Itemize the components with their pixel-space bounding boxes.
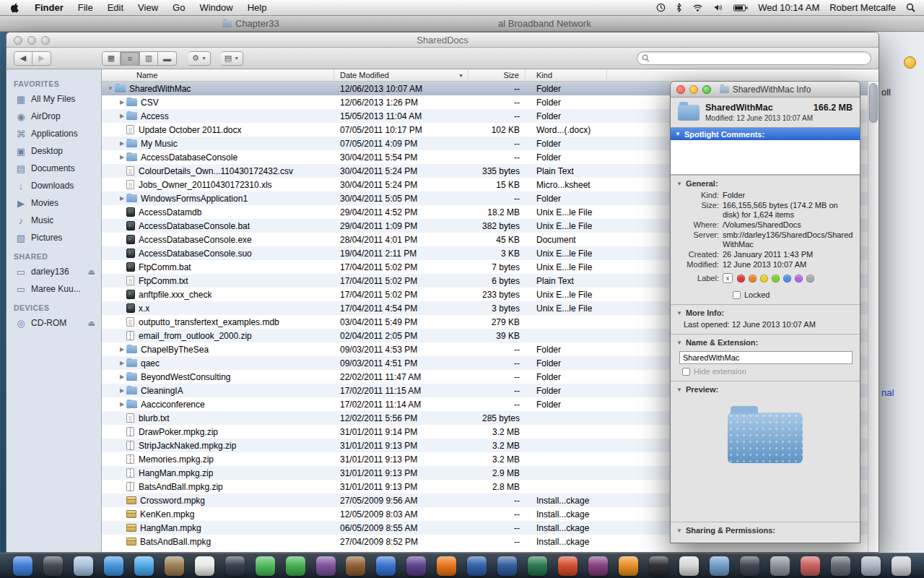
sidebar-item-downloads[interactable]: ↓Downloads [6,177,101,194]
disclosure-triangle[interactable]: ▼ [106,85,115,92]
dock-icon-app-store[interactable] [376,556,396,576]
disclosure-triangle[interactable]: ▶ [118,195,126,202]
dock-icon-preview[interactable] [710,556,729,576]
label-color-6[interactable] [795,275,803,282]
dock-icon-calendar[interactable] [195,556,214,576]
back-button[interactable]: ◀ [14,51,32,66]
coverflow-view-button[interactable]: ▬ [158,51,177,66]
forward-button[interactable]: ▶ [32,51,51,66]
column-header-date[interactable]: Date Modified▼ [334,69,468,81]
disclosure-triangle[interactable]: ▶ [118,154,126,160]
name-extension-input[interactable] [679,351,853,364]
spotlight-comments-header[interactable]: ▼ Spotlight Comments: [671,127,860,140]
sidebar-item-maree-kuu[interactable]: ▭Maree Kuu... [6,280,101,298]
label-color-2[interactable] [749,275,757,282]
sidebar-item-cd-rom[interactable]: ◎CD-ROM⏏ [6,314,101,332]
disclosure-triangle[interactable]: ▶ [118,401,126,407]
sidebar-item-movies[interactable]: ▶Movies [6,194,101,212]
menu-go[interactable]: Go [165,2,192,13]
list-view-button[interactable]: ≡ [121,51,139,66]
dock-icon-iphoto[interactable] [225,556,245,576]
column-header-kind[interactable]: Kind [526,69,607,81]
icon-view-button[interactable]: ▦ [102,51,121,66]
dock-icon-finder[interactable] [13,556,32,576]
menu-user[interactable]: Robert Metcalfe [829,2,896,13]
dock-icon-facetime[interactable] [286,556,305,576]
dock-icon-word[interactable] [497,556,517,576]
general-section-header[interactable]: ▼ General: [676,179,854,188]
disclosure-triangle[interactable]: ▶ [118,99,126,105]
label-color-1[interactable] [737,275,745,282]
dock-icon-photo-booth[interactable] [316,556,336,576]
menu-file[interactable]: File [71,2,100,13]
action-menu-button[interactable]: ⚙▼ [188,51,211,66]
dock-icon-excel[interactable] [528,556,547,576]
dock-icon-trash[interactable] [892,556,911,576]
sharing-header[interactable]: ▼ Sharing & Permissions: [676,526,854,535]
column-view-button[interactable]: ▥ [139,51,158,66]
label-color-3[interactable] [760,275,768,282]
dock-icon-mail[interactable] [74,556,93,576]
label-color-4[interactable] [772,275,780,282]
eject-icon[interactable]: ⏏ [88,319,95,328]
apple-menu[interactable] [0,3,27,13]
zoom-button[interactable] [702,85,711,94]
disclosure-triangle[interactable]: ▶ [118,360,126,366]
info-titlebar[interactable]: SharedWithMac Info [671,82,860,98]
close-button[interactable] [14,36,22,45]
minimize-button[interactable] [689,85,698,94]
close-button[interactable] [676,85,685,94]
minimize-button[interactable] [27,36,36,45]
sidebar-item-music[interactable]: ♪Music [6,212,101,229]
locked-checkbox[interactable] [733,291,741,299]
spotlight-icon[interactable] [906,3,915,12]
disclosure-triangle[interactable]: ▶ [118,374,126,380]
sidebar-item-documents[interactable]: ▤Documents [6,160,101,177]
label-color-7[interactable] [806,275,814,282]
wifi-icon[interactable] [692,4,703,12]
dock-icon-dashboard[interactable] [43,556,63,576]
eject-icon[interactable]: ⏏ [88,267,95,277]
name-extension-header[interactable]: ▼ Name & Extension: [676,338,854,347]
dock-icon-downloads[interactable] [861,556,881,576]
menu-finder[interactable]: Finder [27,2,71,13]
dock-icon-contacts[interactable] [165,556,184,576]
sidebar-item-airdrop[interactable]: ◉AirDrop [6,108,101,125]
sidebar-item-pictures[interactable]: ▧Pictures [6,229,101,246]
time-machine-icon[interactable] [656,3,666,12]
dock-icon-imovie[interactable] [406,556,426,576]
disclosure-triangle[interactable]: ▶ [118,387,126,394]
window-titlebar[interactable]: SharedDocs [6,33,879,48]
dock-icon-system-preferences[interactable] [770,556,790,576]
dock-icon-safari[interactable] [104,556,123,576]
menu-view[interactable]: View [131,2,165,13]
column-header-name[interactable]: Name [102,69,334,81]
menu-window[interactable]: Window [192,2,240,13]
label-clear-button[interactable]: x [723,273,733,283]
battery-icon[interactable] [733,4,748,12]
dock-icon-quicktime[interactable] [740,556,759,576]
volume-icon[interactable] [713,4,723,12]
dock-icon-terminal[interactable] [649,556,668,576]
disclosure-triangle[interactable]: ▶ [118,113,126,119]
scrollbar-thumb[interactable] [869,83,878,123]
dock-icon-powerpoint[interactable] [558,556,578,576]
search-field[interactable] [637,51,871,65]
scrollbar-track[interactable] [868,82,879,552]
menu-clock[interactable]: Wed 10:14 AM [758,2,819,13]
sidebar-item-applications[interactable]: ⌘Applications [6,125,101,142]
dock-icon-java[interactable] [801,556,820,576]
label-color-5[interactable] [783,275,791,282]
dock-icon-firefox[interactable] [437,556,456,576]
menu-help[interactable]: Help [240,2,274,13]
search-input[interactable] [650,53,866,64]
sidebar-item-desktop[interactable]: ▣Desktop [6,142,101,160]
zoom-button[interactable] [41,36,50,45]
bluetooth-icon[interactable] [676,3,682,12]
disclosure-triangle[interactable]: ▶ [118,346,126,353]
spotlight-comments-box[interactable] [671,140,860,175]
sidebar-item-darley136[interactable]: ▭darley136⏏ [6,263,101,280]
dock-icon-utilities[interactable] [831,556,850,576]
dock-icon-itunes[interactable] [134,556,154,576]
menu-edit[interactable]: Edit [100,2,131,13]
